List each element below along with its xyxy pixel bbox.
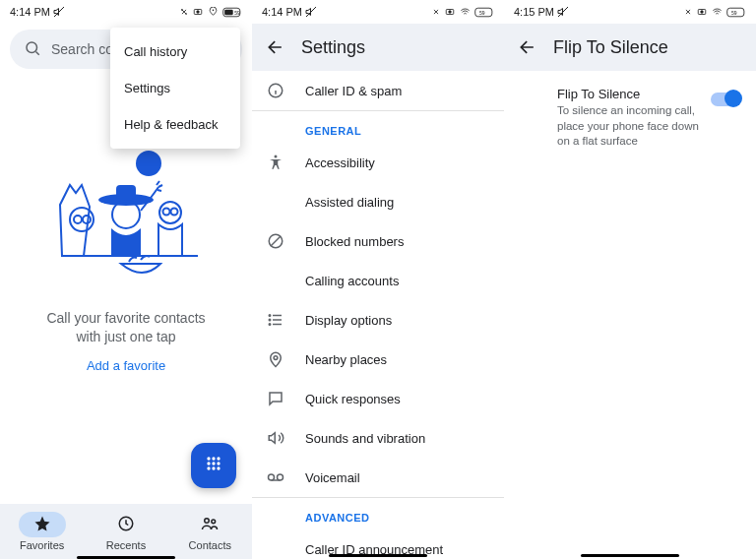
svg-text:59: 59	[731, 9, 737, 15]
flip-to-silence-setting[interactable]: Flip To Silence To silence an incoming c…	[504, 71, 756, 150]
svg-point-4	[197, 11, 200, 14]
status-time: 4:14 PM	[262, 6, 302, 18]
app-bar: Flip To Silence	[504, 24, 756, 71]
settings-list: Caller ID & spam GENERAL Accessibility A…	[252, 71, 504, 559]
mute-icon	[557, 6, 569, 18]
svg-point-13	[74, 216, 82, 223]
svg-rect-16	[116, 185, 136, 199]
menu-settings[interactable]: Settings	[110, 70, 240, 106]
svg-point-30	[217, 466, 220, 469]
svg-line-10	[35, 51, 38, 54]
clock-icon	[117, 515, 135, 534]
row-label: Calling accounts	[305, 274, 399, 288]
svg-point-2	[185, 13, 187, 15]
status-time: 4:14 PM	[10, 6, 50, 18]
menu-help-feedback[interactable]: Help & feedback	[110, 106, 240, 143]
svg-point-14	[83, 216, 91, 223]
mute-icon	[305, 6, 317, 18]
row-voicemail[interactable]: Voicemail	[252, 458, 504, 497]
svg-point-27	[217, 462, 220, 465]
empty-illustration	[0, 146, 252, 283]
svg-point-26	[212, 462, 215, 465]
nav-recents[interactable]: Recents	[102, 512, 150, 551]
back-button[interactable]	[266, 37, 285, 57]
svg-point-49	[269, 319, 271, 321]
svg-point-20	[171, 209, 178, 216]
row-sounds-vibration[interactable]: Sounds and vibration	[252, 418, 504, 458]
panel-dialer: 4:14 PM 59 Search contact Call history S…	[0, 0, 252, 559]
svg-point-42	[275, 155, 278, 158]
row-label: Sounds and vibration	[305, 431, 425, 446]
row-accessibility[interactable]: Accessibility	[252, 143, 504, 182]
nav-label: Favorites	[20, 539, 64, 551]
status-bar: 4:14 PM 59	[0, 0, 252, 24]
bottom-nav: Favorites Recents Contacts	[0, 504, 252, 559]
star-icon	[33, 515, 51, 534]
nav-indicator	[581, 554, 679, 557]
svg-point-9	[27, 42, 37, 53]
svg-point-48	[269, 315, 271, 317]
svg-point-29	[212, 466, 215, 469]
svg-point-53	[278, 474, 284, 480]
add-favorite-link[interactable]: Add a favorite	[0, 358, 252, 373]
row-label: Display options	[305, 313, 392, 328]
status-icons: 59	[179, 7, 242, 18]
section-advanced: ADVANCED	[252, 498, 504, 529]
section-general: GENERAL	[252, 111, 504, 143]
row-label: Assisted dialing	[305, 195, 394, 210]
row-nearby-places[interactable]: Nearby places	[252, 340, 504, 379]
row-label: Accessibility	[305, 155, 375, 170]
row-calling-accounts[interactable]: Calling accounts	[252, 261, 504, 300]
panel-settings: 4:14 PM 59 Settings Caller ID & spam GEN…	[252, 0, 504, 559]
page-title: Flip To Silence	[553, 37, 668, 58]
row-caller-id-spam[interactable]: Caller ID & spam	[252, 71, 504, 110]
svg-rect-7	[224, 9, 233, 15]
switch-knob	[724, 90, 742, 107]
voicemail-icon	[266, 468, 285, 486]
svg-point-51	[274, 356, 278, 360]
empty-line-1: Call your favorite contacts	[24, 309, 228, 328]
status-bar: 4:15 PM 59	[504, 0, 756, 24]
status-time: 4:15 PM	[514, 6, 554, 18]
info-icon	[266, 82, 285, 99]
empty-line-2: with just one tap	[24, 328, 228, 346]
row-quick-responses[interactable]: Quick responses	[252, 379, 504, 418]
block-icon	[266, 232, 285, 250]
row-blocked-numbers[interactable]: Blocked numbers	[252, 221, 504, 261]
status-bar: 4:14 PM 59	[252, 0, 504, 24]
svg-point-22	[207, 457, 210, 460]
setting-title: Flip To Silence	[557, 87, 701, 101]
svg-point-32	[205, 519, 210, 524]
nav-label: Recents	[106, 539, 146, 551]
svg-point-19	[163, 209, 170, 216]
svg-point-25	[207, 462, 210, 465]
svg-point-24	[217, 457, 220, 460]
menu-call-history[interactable]: Call history	[110, 33, 240, 70]
row-display-options[interactable]: Display options	[252, 300, 504, 340]
svg-text:59: 59	[479, 9, 485, 15]
mute-icon	[53, 6, 65, 18]
svg-point-36	[449, 11, 452, 14]
nav-favorites[interactable]: Favorites	[19, 512, 66, 551]
chat-icon	[266, 390, 285, 407]
empty-state-text: Call your favorite contacts with just on…	[0, 309, 252, 346]
svg-point-5	[213, 10, 215, 12]
toggle-switch[interactable]	[711, 93, 740, 106]
pin-icon	[266, 350, 285, 368]
row-label: Voicemail	[305, 470, 360, 485]
svg-point-50	[269, 324, 271, 326]
svg-point-52	[269, 474, 275, 480]
overflow-menu: Call history Settings Help & feedback	[110, 28, 240, 149]
nav-contacts[interactable]: Contacts	[186, 512, 233, 551]
accessibility-icon	[266, 154, 285, 171]
sound-icon	[266, 429, 285, 447]
svg-line-44	[271, 236, 282, 247]
row-label: Nearby places	[305, 352, 387, 367]
back-button[interactable]	[518, 37, 537, 57]
search-icon	[24, 39, 41, 60]
svg-point-11	[136, 151, 161, 176]
nav-indicator	[329, 554, 427, 557]
row-assisted-dialing[interactable]: Assisted dialing	[252, 182, 504, 221]
dialpad-fab[interactable]	[191, 443, 236, 488]
svg-point-23	[212, 457, 215, 460]
